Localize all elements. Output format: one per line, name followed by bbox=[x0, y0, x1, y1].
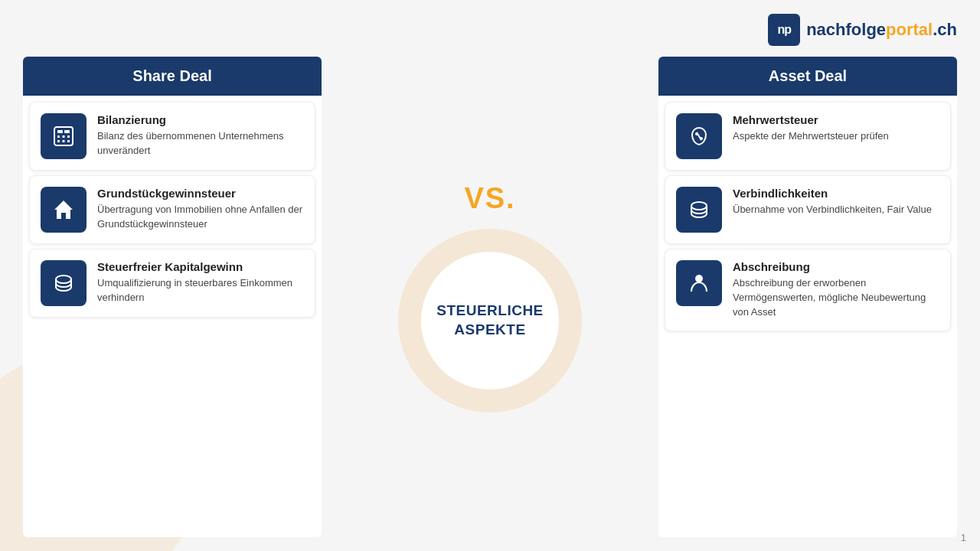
center-text-line2: ASPEKTE bbox=[454, 321, 525, 337]
share-deal-title: Share Deal bbox=[132, 67, 211, 84]
card-verbindlichkeiten: Verbindlichkeiten Übernahme von Verbindl… bbox=[665, 175, 951, 244]
svg-rect-7 bbox=[63, 140, 65, 142]
vs-label: VS. bbox=[464, 182, 515, 215]
logo-brand-suffix: portal bbox=[886, 20, 933, 39]
asset-deal-title: Asset Deal bbox=[769, 67, 847, 84]
svg-point-14 bbox=[695, 275, 703, 282]
center-circle-outer: STEUERLICHE ASPEKTE bbox=[398, 229, 582, 412]
card-abschreibung: Abschreibung Abschreibung der erworbenen… bbox=[665, 249, 951, 331]
svg-point-12 bbox=[700, 137, 703, 140]
svg-rect-8 bbox=[67, 140, 70, 142]
bilanzierung-desc: Bilanz des übernommenen Unternehmens unv… bbox=[97, 129, 304, 158]
verbindlichkeiten-title: Verbindlichkeiten bbox=[733, 187, 939, 200]
kapitalgewinn-text: Steuerfreier Kapitalgewinn Umqualifizier… bbox=[97, 260, 304, 305]
logo-icon: np bbox=[768, 14, 800, 46]
svg-rect-1 bbox=[57, 130, 63, 133]
grundstueck-text: Grundstückgewinnsteuer Übertragung von I… bbox=[97, 187, 304, 232]
right-column: Asset Deal Mehrwertst bbox=[658, 57, 957, 537]
logo-text: nachfolgeportal.ch bbox=[806, 20, 957, 40]
share-deal-header: Share Deal bbox=[23, 57, 322, 96]
kapitalgewinn-title: Steuerfreier Kapitalgewinn bbox=[97, 260, 304, 273]
svg-point-10 bbox=[56, 276, 71, 283]
logo: np nachfolgeportal.ch bbox=[768, 14, 957, 46]
person-icon bbox=[676, 260, 722, 306]
verbindlichkeiten-text: Verbindlichkeiten Übernahme von Verbindl… bbox=[733, 187, 939, 217]
calculator-icon bbox=[41, 113, 87, 159]
kapitalgewinn-desc: Umqualifizierung in steuerbares Einkomme… bbox=[97, 276, 304, 305]
svg-marker-9 bbox=[54, 201, 73, 219]
svg-point-13 bbox=[691, 202, 707, 210]
svg-rect-5 bbox=[67, 135, 70, 138]
mehrwertsteuer-title: Mehrwertsteuer bbox=[733, 113, 939, 126]
percent-icon bbox=[676, 113, 722, 159]
share-deal-cards: Bilanzierung Bilanz des übernommenen Unt… bbox=[23, 96, 322, 537]
abschreibung-text: Abschreibung Abschreibung der erworbenen… bbox=[733, 260, 939, 320]
center-circle-inner: STEUERLICHE ASPEKTE bbox=[421, 252, 559, 390]
center-text: STEUERLICHE ASPEKTE bbox=[436, 302, 544, 339]
page-wrapper: np nachfolgeportal.ch Share Deal bbox=[0, 0, 980, 551]
svg-rect-4 bbox=[63, 135, 65, 138]
coins-left-icon bbox=[41, 260, 87, 306]
asset-deal-header: Asset Deal bbox=[658, 57, 957, 96]
svg-rect-2 bbox=[64, 130, 70, 133]
verbindlichkeiten-desc: Übernahme von Verbindlichkeiten, Fair Va… bbox=[733, 203, 939, 217]
logo-icon-text: np bbox=[777, 23, 791, 37]
card-bilanzierung: Bilanzierung Bilanz des übernommenen Unt… bbox=[29, 102, 315, 171]
svg-rect-3 bbox=[57, 135, 60, 138]
bilanzierung-text: Bilanzierung Bilanz des übernommenen Unt… bbox=[97, 113, 304, 158]
abschreibung-desc: Abschreibung der erworbenen Vermögenswer… bbox=[733, 276, 939, 320]
mehrwertsteuer-text: Mehrwertsteuer Aspekte der Mehrwertsteue… bbox=[733, 113, 939, 144]
svg-rect-6 bbox=[57, 140, 60, 142]
house-icon bbox=[41, 187, 87, 233]
logo-brand-prefix: nachfolge bbox=[806, 20, 886, 39]
header: np nachfolgeportal.ch bbox=[23, 14, 957, 46]
logo-brand-domain: .ch bbox=[933, 20, 957, 39]
left-column: Share Deal bbox=[23, 57, 322, 537]
card-mehrwertsteuer: Mehrwertsteuer Aspekte der Mehrwertsteue… bbox=[665, 102, 951, 171]
mehrwertsteuer-desc: Aspekte der Mehrwertsteuer prüfen bbox=[733, 129, 939, 144]
abschreibung-title: Abschreibung bbox=[733, 260, 939, 273]
grundstueck-desc: Übertragung von Immobilien ohne Anfallen… bbox=[97, 203, 304, 232]
center-text-line1: STEUERLICHE bbox=[436, 302, 544, 318]
asset-deal-cards: Mehrwertsteuer Aspekte der Mehrwertsteue… bbox=[658, 96, 957, 537]
bilanzierung-title: Bilanzierung bbox=[97, 113, 304, 126]
coins-right-icon bbox=[676, 187, 722, 233]
card-grundstueck: Grundstückgewinnsteuer Übertragung von I… bbox=[29, 175, 315, 244]
center-column: VS. STEUERLICHE ASPEKTE bbox=[322, 57, 658, 537]
card-kapitalgewinn: Steuerfreier Kapitalgewinn Umqualifizier… bbox=[29, 249, 315, 318]
svg-point-11 bbox=[695, 132, 698, 135]
main-content: Share Deal bbox=[23, 57, 957, 537]
page-number: 1 bbox=[961, 532, 966, 543]
grundstueck-title: Grundstückgewinnsteuer bbox=[97, 187, 304, 200]
